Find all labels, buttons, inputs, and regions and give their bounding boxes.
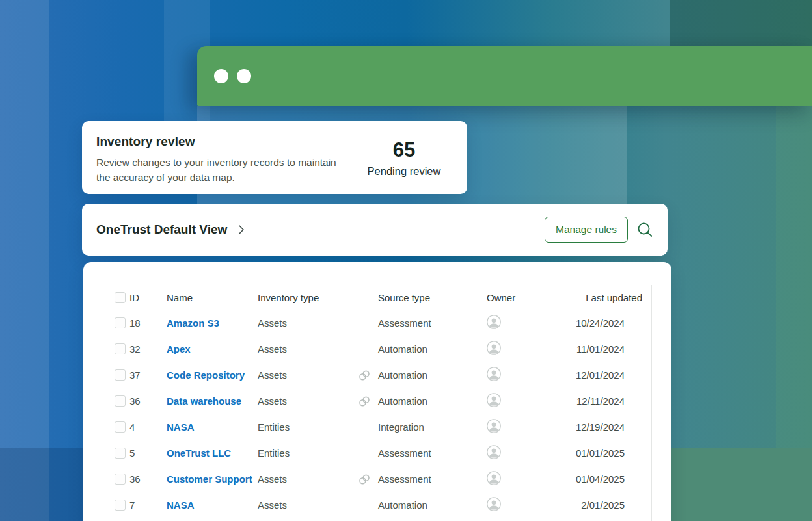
user-avatar-icon [487, 471, 501, 485]
window-dot-icon [214, 69, 228, 83]
source-type-label: Integration [378, 421, 424, 433]
table-header-row: ID Name Inventory type Source type Owner… [103, 285, 651, 310]
source-type-cell: Assessment [359, 474, 487, 485]
search-icon[interactable] [636, 221, 653, 238]
row-checkbox-cell [103, 369, 129, 381]
pending-count: 65 [349, 139, 459, 162]
row-checkbox[interactable] [115, 421, 126, 433]
table-row[interactable]: 36 Data warehouse Assets Automation [103, 388, 651, 414]
column-header-name: Name [167, 292, 258, 303]
source-type-label: Automation [378, 395, 427, 407]
owner-cell [487, 393, 572, 409]
row-checkbox[interactable] [115, 343, 126, 354]
name-cell: NASA [167, 500, 258, 511]
name-cell: Customer Support [167, 474, 258, 485]
owner-cell [487, 497, 572, 513]
owner-cell [487, 315, 572, 331]
last-updated-cell: 01/04/2025 [572, 474, 652, 485]
owner-cell [487, 367, 572, 383]
record-name-link[interactable]: Amazon S3 [167, 317, 219, 328]
name-cell: Apex [167, 343, 258, 354]
name-cell: OneTrust LLC [167, 448, 258, 459]
inventory-review-text: Inventory review Review changes to your … [96, 135, 338, 181]
manage-rules-button[interactable]: Manage rules [545, 217, 628, 243]
row-checkbox[interactable] [115, 474, 126, 485]
row-checkbox-cell [103, 343, 129, 354]
user-avatar-icon [487, 445, 501, 459]
table-row[interactable]: 5 OneTrust LLC Entities Assessment [103, 440, 651, 466]
select-all-checkbox[interactable] [115, 292, 126, 303]
last-updated-cell: 12/01/2024 [572, 369, 652, 381]
user-avatar-icon [487, 497, 501, 511]
id-cell: 18 [129, 317, 167, 328]
link-icon [359, 474, 370, 485]
id-cell: 7 [129, 500, 167, 511]
id-cell: 36 [129, 395, 167, 407]
link-icon [359, 395, 370, 407]
record-name-link[interactable]: Apex [167, 343, 191, 354]
row-checkbox-cell [103, 500, 129, 511]
column-header-last-updated: Last updated [572, 292, 652, 303]
record-name-link[interactable]: Customer Support [167, 474, 252, 485]
row-checkbox[interactable] [115, 448, 126, 459]
owner-cell [487, 471, 572, 487]
link-icon [359, 369, 370, 381]
source-type-label: Assessment [378, 448, 431, 459]
row-checkbox[interactable] [115, 500, 126, 511]
user-avatar-icon [487, 393, 501, 407]
name-cell: Data warehouse [167, 395, 258, 407]
source-type-cell: Assessment [359, 448, 487, 459]
table-row[interactable]: 18 Amazon S3 Assets Assessment [103, 310, 651, 336]
column-header-owner: Owner [487, 292, 572, 303]
owner-cell [487, 445, 572, 461]
record-name-link[interactable]: OneTrust LLC [167, 448, 231, 459]
chevron-right-icon[interactable] [238, 224, 245, 235]
table-row[interactable]: 37 Code Repository Assets Automation [103, 362, 651, 388]
view-selector[interactable]: OneTrust Default View [96, 222, 245, 237]
record-name-link[interactable]: NASA [167, 421, 195, 433]
source-type-label: Automation [378, 343, 427, 354]
column-header-id: ID [129, 292, 167, 303]
inventory-review-card: Inventory review Review changes to your … [82, 121, 467, 194]
inventory-table: ID Name Inventory type Source type Owner… [103, 285, 652, 521]
row-checkbox-cell [103, 395, 129, 407]
row-checkbox[interactable] [115, 369, 126, 381]
row-checkbox[interactable] [115, 317, 126, 328]
inventory-type-cell: Assets [258, 395, 359, 407]
record-name-link[interactable]: Data warehouse [167, 395, 241, 407]
column-header-inventory-type: Inventory type [258, 292, 359, 303]
browser-titlebar [197, 46, 812, 106]
screen: Inventory review Review changes to your … [0, 0, 812, 521]
table-row[interactable]: 4 NASA Entities Integration [103, 414, 651, 440]
table-row[interactable]: 36 Customer Support Assets Assessment [103, 466, 651, 492]
id-cell: 37 [129, 369, 167, 381]
inventory-type-cell: Assets [258, 317, 359, 328]
row-checkbox-cell [103, 448, 129, 459]
inventory-type-cell: Assets [258, 369, 359, 381]
row-checkbox-cell [103, 474, 129, 485]
last-updated-cell: 11/01/2024 [572, 343, 652, 354]
last-updated-cell: 10/24/2024 [572, 317, 652, 328]
source-type-label: Automation [378, 500, 427, 511]
last-updated-cell: 12/19/2024 [572, 421, 652, 433]
name-cell: Code Repository [167, 369, 258, 381]
column-header-source-type: Source type [359, 292, 487, 303]
id-cell: 32 [129, 343, 167, 354]
row-checkbox-cell [103, 421, 129, 433]
record-name-link[interactable]: Code Repository [167, 369, 245, 381]
record-name-link[interactable]: NASA [167, 500, 195, 511]
inventory-type-cell: Assets [258, 474, 359, 485]
inventory-type-cell: Assets [258, 500, 359, 511]
table-row[interactable]: 32 Apex Assets Automation [103, 336, 651, 362]
source-type-cell: Automation [359, 500, 487, 511]
inventory-type-cell: Assets [258, 343, 359, 354]
table-row[interactable]: 7 NASA Assets Automation [103, 492, 651, 518]
table-row-partial [103, 518, 651, 521]
background-square [670, 448, 812, 521]
source-type-cell: Automation [359, 343, 487, 354]
user-avatar-icon [487, 367, 501, 381]
row-checkbox[interactable] [115, 395, 126, 407]
background-stripe [0, 0, 49, 521]
source-type-cell: Integration [359, 421, 487, 433]
row-checkbox-cell [103, 317, 129, 328]
